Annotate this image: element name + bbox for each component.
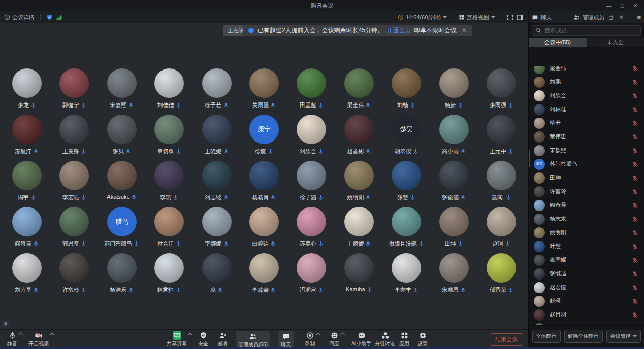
participant-tile[interactable]: 杨妍 [430,68,477,109]
participant-tile[interactable]: Akatsuki. [98,161,145,201]
share-screen-button[interactable]: 共享屏幕 [167,331,187,347]
panel-collapse-handle[interactable]: ≡ [2,319,10,327]
fullscreen-icon[interactable] [507,14,513,21]
participant-tile[interactable]: 刘卉享 [3,253,50,294]
chevron-up-icon[interactable] [340,333,345,338]
mic-muted-icon[interactable] [632,243,638,250]
member-row[interactable]: 许富玲 [529,185,644,198]
participant-tile[interactable]: 赵君恒 [145,253,192,294]
mic-muted-icon[interactable] [632,120,638,126]
participant-tile[interactable]: 郁晋荣 [478,253,525,294]
unmute-all-button[interactable]: 解除全体静音 [564,330,603,343]
participant-tile[interactable]: 刘畅 [383,68,430,109]
participant-tile[interactable]: 李宏陆 [50,161,98,201]
member-row[interactable]: 张慨适 [529,267,644,281]
participant-tile[interactable]: 田坤 [430,207,477,248]
member-tab[interactable]: 会议中(55) [529,38,587,47]
chevron-up-icon[interactable] [18,333,23,338]
member-row[interactable]: 梁金伟 [529,66,644,75]
maximize-button[interactable]: □ [616,3,629,9]
chat-button[interactable]: 聊天 [278,331,294,349]
participant-tile[interactable]: 覃切双 [145,115,192,155]
participant-tile[interactable]: 凉 [193,253,240,294]
popout-panel-icon[interactable] [608,14,615,20]
participant-tile[interactable]: 宋嘉熙 [98,68,145,109]
mic-muted-icon[interactable] [632,161,638,167]
participant-tile[interactable]: 张俊涵 [430,161,477,201]
participant-tile[interactable]: 王元中 [478,115,525,155]
participant-tile[interactable]: 苏奕心 [288,207,335,248]
mic-muted-icon[interactable] [632,298,638,304]
member-row[interactable]: 柳升 [529,116,644,130]
participant-tile[interactable]: 赵珂 [478,207,525,248]
participant-tile[interactable]: 刘佳佳 [145,68,192,109]
participant-tile[interactable]: 徐子涵 [288,161,335,201]
banner-close-icon[interactable]: ✕ [462,27,467,34]
scrollbar-thumb[interactable] [529,150,530,167]
apps-button[interactable]: 应用 [399,331,409,347]
breakout-rooms-button[interactable]: 分组讨论 [375,331,395,347]
participant-tile[interactable]: 杨浩乐 [98,253,145,294]
participant-tile[interactable]: 高小雨 [430,115,477,155]
minimize-button[interactable]: — [602,3,616,9]
participant-tile[interactable]: 刘欣合 [288,115,335,155]
participant-tile[interactable]: 李臻豪 [240,253,287,294]
upgrade-membership-link[interactable]: 开通会员 [387,26,411,35]
participant-tile[interactable]: Kazuha [335,253,382,294]
participant-tile[interactable]: 张慧 [383,161,430,201]
mic-muted-icon[interactable] [632,271,638,277]
security-button[interactable]: 安全 [198,331,208,347]
participant-tile[interactable]: 康宁 徐薇 [240,115,287,155]
participant-tile[interactable]: 李娜娜 [193,207,240,248]
participant-tile[interactable]: 王娇娇 [335,207,382,248]
participant-tile[interactable]: 郭恩奇 [50,207,98,248]
security-shield-icon[interactable] [46,14,53,21]
participant-tile[interactable]: 李亦丰 [383,253,430,294]
mic-muted-icon[interactable] [632,202,638,208]
member-row[interactable]: 刘欣合 [529,89,644,102]
participant-tile[interactable]: 杨杨肖 [240,161,287,201]
participant-tile[interactable]: 梁金伟 [335,68,382,109]
reaction-button[interactable]: 回应 [329,331,339,347]
member-row[interactable]: 田坤 [529,171,644,185]
chevron-up-icon[interactable] [188,333,193,338]
mic-muted-icon[interactable] [632,312,638,318]
member-tab[interactable]: 未入会 [587,38,644,47]
participant-tile[interactable]: 宋慧恩 [430,253,477,294]
participant-tile[interactable]: 张同强 [478,68,525,109]
member-row[interactable]: 刘鹏 [529,75,644,89]
chat-panel-tab[interactable]: 聊天 [532,14,552,21]
member-row[interactable]: 刘林佳 [529,102,644,116]
mute-all-button[interactable]: 全体静音 [532,330,561,343]
manage-members-button[interactable]: 管理成员(55) [236,331,270,349]
mute-button[interactable]: 静音 [7,331,17,347]
participant-tile[interactable]: 晨闻. [478,161,525,201]
mic-muted-icon[interactable] [632,66,638,72]
participant-tile[interactable]: 冯润宫 [288,253,335,294]
settings-button[interactable]: 设置 [417,331,428,347]
member-row[interactable]: 赵君恒 [529,281,644,294]
more-menu-icon[interactable]: ≡ [637,14,641,21]
member-row[interactable]: 阎奇晨 [529,198,644,212]
member-row[interactable]: 宋歆熙 [529,144,644,157]
mic-muted-icon[interactable] [632,189,638,195]
participant-tile[interactable]: 王曼殊 [50,115,98,155]
participant-tile[interactable]: 张龙 [3,68,50,109]
participant-tile[interactable]: 刘志铭 [193,161,240,201]
network-signal-icon[interactable] [56,14,62,21]
meeting-controls-button[interactable]: 会议管控 [606,330,641,343]
member-row[interactable]: 张国耀 [529,253,644,267]
mic-muted-icon[interactable] [632,79,638,85]
end-meeting-button[interactable]: 结束会议 [490,333,523,346]
mic-muted-icon[interactable] [632,134,638,140]
ai-assistant-button[interactable]: AI小助手 [351,331,371,347]
participant-tile[interactable]: 做饭且洗碗 [383,207,430,248]
participant-tile[interactable]: 许富玲 [50,253,98,294]
mic-muted-icon[interactable] [632,257,638,263]
participant-tile[interactable]: 楚昊 胡翠仪 [383,115,430,155]
meeting-timer[interactable]: 14:54(60分钟) [398,14,447,21]
participant-tile[interactable]: 赵首彬 [335,115,382,155]
mic-muted-icon[interactable] [632,230,638,236]
start-video-button[interactable]: 开启视频 [28,331,49,347]
participant-tile[interactable]: 腊鸟 苏门答腊鸟 [98,207,145,248]
